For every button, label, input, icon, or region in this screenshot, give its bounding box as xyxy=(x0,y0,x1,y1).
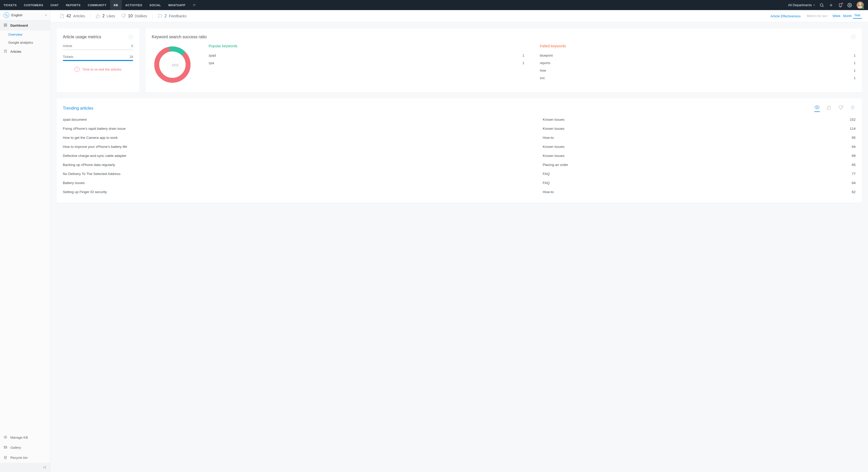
notifications-icon[interactable] xyxy=(838,3,843,7)
trending-views: 94 xyxy=(843,145,856,149)
trending-row[interactable]: Defective charge-and-sync cable adapterK… xyxy=(63,151,856,160)
failed-keyword-row[interactable]: how1 xyxy=(540,67,856,74)
search-icon[interactable] xyxy=(819,3,824,7)
nav-tab-social[interactable]: SOCIAL xyxy=(146,0,165,10)
sidebar-item-articles[interactable]: Articles xyxy=(0,46,50,57)
notification-badge xyxy=(841,2,843,4)
trending-category: FAQ xyxy=(543,172,843,176)
stat-feedbacks: 2 Feedbacks xyxy=(155,14,189,18)
sidebar-item-dashboard[interactable]: Dashboard xyxy=(0,21,50,31)
keyword-term: zpa xyxy=(209,61,214,65)
sidebar-item-google-analytics[interactable]: Google analytics xyxy=(0,38,50,46)
document-icon xyxy=(60,14,64,18)
tab-feedbacks[interactable] xyxy=(850,105,856,111)
sidebar-item-manage-kb[interactable]: Manage KB xyxy=(0,433,50,443)
sidebar-item-gallery[interactable]: Gallery xyxy=(0,443,50,452)
top-nav: TICKETSCUSTOMERSCHATREPORTSCOMMUNITYKBAC… xyxy=(0,0,868,10)
keyword-count: 1 xyxy=(854,68,856,72)
sidebar-gallery-label: Gallery xyxy=(10,446,21,449)
nav-tab-chat[interactable]: CHAT xyxy=(47,0,62,10)
image-icon xyxy=(4,445,8,450)
settings-icon[interactable] xyxy=(847,3,852,7)
trending-row[interactable]: zpad documentKnown Issues152 xyxy=(63,115,856,124)
range-month[interactable]: Month xyxy=(842,14,853,18)
sidebar-item-recycle[interactable]: Recycle bin xyxy=(0,452,50,463)
trending-row[interactable]: How to improve your zPhone's battery lif… xyxy=(63,142,856,151)
popular-keyword-row[interactable]: zpa1 xyxy=(209,59,524,67)
usage-article-label: Article xyxy=(63,44,72,48)
sidebar-manage-kb-label: Manage KB xyxy=(10,436,28,439)
keyword-count: 1 xyxy=(522,61,524,65)
article-effectiveness-link[interactable]: Article Effectiveness xyxy=(770,14,807,18)
nav-tab-reports[interactable]: REPORTS xyxy=(62,0,84,10)
trending-views: 89 xyxy=(843,154,856,158)
popular-keyword-row[interactable]: zpad1 xyxy=(209,52,524,59)
usage-tickets-label: Tickets xyxy=(63,55,73,59)
trending-row[interactable]: Battery issuesFAQ64 xyxy=(63,178,856,187)
keyword-count: 1 xyxy=(522,54,524,57)
chevron-down-icon: ▾ xyxy=(45,14,46,17)
svg-point-8 xyxy=(849,4,850,6)
svg-point-26 xyxy=(816,107,818,108)
trending-category: How-to xyxy=(543,136,843,139)
nav-tab-activities[interactable]: ACTIVITIES xyxy=(122,0,146,10)
keyword-card: Keyword search success ratio ? 16% xyxy=(146,28,862,92)
trending-title: Backing up zPhone data regularly xyxy=(63,163,543,167)
trending-views: 62 xyxy=(843,190,856,194)
help-icon[interactable]: ? xyxy=(851,35,856,39)
globe-icon xyxy=(4,12,9,18)
trending-title: How to improve your zPhone's battery lif… xyxy=(63,145,543,149)
trending-category: Known Issues xyxy=(543,154,843,158)
revisit-warning: ! Time to re-visit the articles xyxy=(63,67,133,72)
trending-row[interactable]: How to get the Camera app to workHow-to9… xyxy=(63,133,856,142)
trending-row[interactable]: Backing up zPhone data regularlyPlacing … xyxy=(63,160,856,169)
keyword-count: 1 xyxy=(854,54,856,57)
language-dropdown[interactable]: English ▾ xyxy=(0,10,50,21)
trending-views: 85 xyxy=(843,163,856,167)
nav-tab-customers[interactable]: CUSTOMERS xyxy=(21,0,47,10)
sidebar-collapse-button[interactable] xyxy=(0,463,50,472)
sidebar-item-overview[interactable]: Overview xyxy=(0,31,50,38)
svg-point-18 xyxy=(4,436,7,439)
trending-metric-tabs xyxy=(814,105,856,112)
range-year[interactable]: Year xyxy=(853,13,862,19)
metrics-for-label: Metrics for last : xyxy=(807,14,831,18)
nav-tab-whatsapp[interactable]: WHATSAPP xyxy=(165,0,189,10)
user-avatar[interactable] xyxy=(857,2,864,9)
tab-dislikes[interactable] xyxy=(838,105,844,112)
trending-row[interactable]: Fixing zPhone's rapid battery drain issu… xyxy=(63,124,856,133)
main-content: 42 Articles 2 Likes 10 Dislikes xyxy=(51,10,868,472)
failed-keyword-row[interactable]: svc1 xyxy=(540,74,856,82)
donut-chart: 16% xyxy=(152,44,198,86)
failed-keyword-row[interactable]: reports1 xyxy=(540,59,856,67)
top-nav-tabs: TICKETSCUSTOMERSCHATREPORTSCOMMUNITYKBAC… xyxy=(0,0,200,10)
alert-icon: ! xyxy=(74,67,80,72)
range-week[interactable]: Week xyxy=(831,14,842,18)
nav-tab-tickets[interactable]: TICKETS xyxy=(0,0,21,10)
keyword-term: how xyxy=(540,68,546,72)
trending-category: FAQ xyxy=(543,181,843,185)
keyword-term: zpad xyxy=(209,54,216,57)
sidebar-articles-label: Articles xyxy=(10,50,22,54)
trending-row[interactable]: No Delivery To The Selected AddressFAQ77 xyxy=(63,169,856,178)
sidebar-dashboard-label: Dashboard xyxy=(10,24,28,27)
trending-views: 95 xyxy=(843,136,856,139)
trending-views: 114 xyxy=(843,127,856,130)
tab-views[interactable] xyxy=(814,105,820,112)
nav-tab-kb[interactable]: KB xyxy=(110,0,122,10)
failed-keyword-row[interactable]: blueprint1 xyxy=(540,52,856,59)
stat-feedbacks-label: Feedbacks xyxy=(169,14,186,18)
nav-more-icon[interactable] xyxy=(189,0,200,10)
stat-likes-label: Likes xyxy=(107,14,115,18)
trending-title: Battery issues xyxy=(63,181,543,185)
help-icon[interactable]: ? xyxy=(128,35,133,39)
department-dropdown[interactable]: All Departments ▾ xyxy=(788,3,815,7)
stat-likes: 2 Likes xyxy=(93,14,118,18)
trending-row[interactable]: Setting up Finger ID securityHow-to62 xyxy=(63,187,856,196)
tab-likes[interactable] xyxy=(826,105,832,112)
gear-icon xyxy=(4,435,8,440)
stat-articles-count: 42 xyxy=(66,14,71,18)
nav-tab-community[interactable]: COMMUNITY xyxy=(84,0,110,10)
svg-rect-13 xyxy=(6,25,7,26)
add-icon[interactable] xyxy=(829,3,833,7)
